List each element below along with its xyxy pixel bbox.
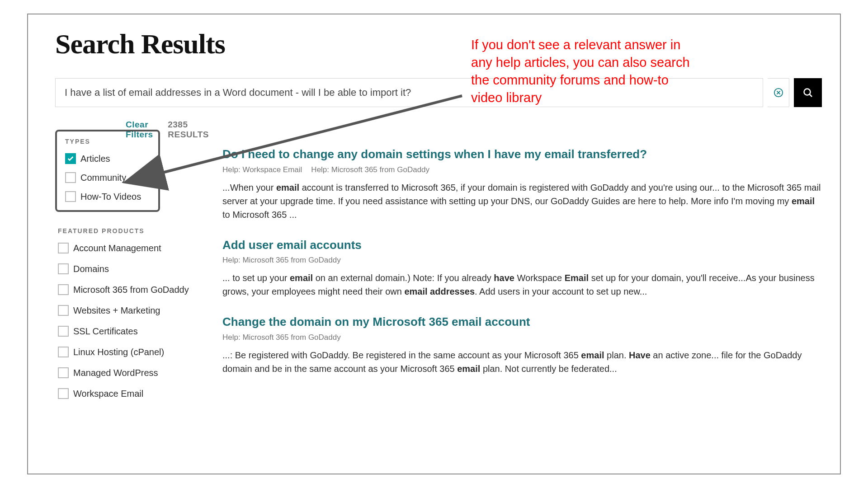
result-snippet: ...When your email account is transferre… [222,181,822,221]
checkbox[interactable] [58,326,69,337]
checkbox[interactable] [58,243,69,253]
result-title-link[interactable]: Add user email accounts [222,238,822,253]
clear-search-button[interactable] [768,78,789,107]
type-filter-item[interactable]: Community [65,172,150,183]
featured-filter-item[interactable]: Workspace Email [58,388,209,399]
result-title-link[interactable]: Do I need to change any domain settings … [222,147,822,162]
annotation-callout: If you don't see a relevant answer in an… [471,36,697,107]
featured-filter-item[interactable]: Domains [58,263,209,274]
search-bar [55,78,822,107]
page-title: Search Results [55,28,822,60]
type-filter-item[interactable]: How-To Videos [65,191,150,202]
featured-products-block: FEATURED PRODUCTS Account ManagementDoma… [55,227,209,399]
featured-filter-item[interactable]: Account Management [58,243,209,253]
result-breadcrumb: Help: Microsoft 365 from GoDaddy [222,333,822,342]
result-title-link[interactable]: Change the domain on my Microsoft 365 em… [222,314,822,329]
filter-label: Domains [73,264,109,274]
filter-label: Websites + Marketing [73,305,160,316]
result-breadcrumb: Help: Microsoft 365 from GoDaddy [222,256,822,265]
search-icon [802,87,813,98]
svg-point-5 [804,89,811,95]
checkbox[interactable] [58,305,69,316]
svg-line-6 [810,94,812,97]
types-filter-box: TYPES ArticlesCommunityHow-To Videos [55,130,160,212]
filter-label: Articles [80,154,110,164]
result-snippet: ...: Be registered with GoDaddy. Be regi… [222,348,822,375]
checkbox[interactable] [65,172,76,183]
filter-label: Account Management [73,243,161,253]
filter-label: SSL Certificates [73,326,138,337]
filter-sidebar: Clear Filters 2385 RESULTS TYPES Article… [55,120,209,409]
featured-filter-item[interactable]: Websites + Marketing [58,305,209,316]
featured-header: FEATURED PRODUCTS [58,227,209,235]
search-result: Add user email accountsHelp: Microsoft 3… [222,238,822,299]
featured-filter-item[interactable]: Linux Hosting (cPanel) [58,347,209,357]
filter-label: How-To Videos [80,192,141,202]
filter-label: Linux Hosting (cPanel) [73,347,164,357]
checkbox[interactable] [58,284,69,295]
result-breadcrumb: Help: Workspace EmailHelp: Microsoft 365… [222,165,822,174]
featured-filter-item[interactable]: Microsoft 365 from GoDaddy [58,284,209,295]
checkbox[interactable] [58,263,69,274]
close-circle-icon [774,88,783,98]
filter-label: Community [80,173,126,183]
checkbox[interactable] [58,367,69,378]
result-snippet: ... to set up your email on an external … [222,271,822,298]
results-column: Do I need to change any domain settings … [222,120,822,409]
featured-filter-item[interactable]: SSL Certificates [58,326,209,337]
type-filter-item[interactable]: Articles [65,153,150,164]
search-result: Do I need to change any domain settings … [222,147,822,221]
types-header: TYPES [65,138,150,145]
filter-label: Managed WordPress [73,368,158,378]
checkbox[interactable] [65,153,76,164]
filter-label: Microsoft 365 from GoDaddy [73,285,189,295]
featured-filter-item[interactable]: Managed WordPress [58,367,209,378]
checkbox[interactable] [65,191,76,202]
filter-label: Workspace Email [73,389,143,399]
checkbox[interactable] [58,347,69,357]
results-count: 2385 RESULTS [168,120,209,140]
search-button[interactable] [794,78,822,107]
search-result: Change the domain on my Microsoft 365 em… [222,314,822,375]
checkbox[interactable] [58,388,69,399]
check-icon [67,155,74,162]
